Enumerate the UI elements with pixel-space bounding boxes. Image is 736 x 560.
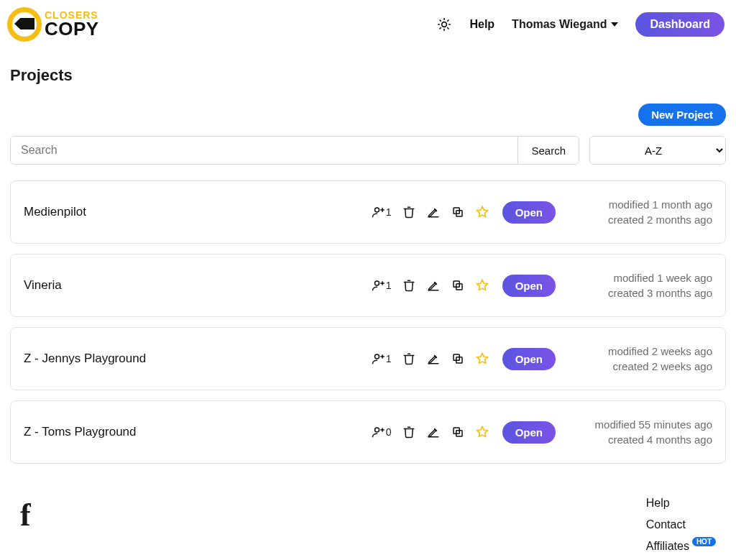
search-group: Search [10, 136, 579, 165]
collaborators-button[interactable]: 1 [372, 352, 392, 365]
duplicate-button[interactable] [451, 425, 465, 439]
search-input[interactable] [11, 137, 518, 164]
project-card: Medienpilot 1 [10, 180, 726, 244]
edit-button[interactable] [426, 352, 441, 366]
edit-button[interactable] [426, 425, 441, 439]
duplicate-button[interactable] [451, 278, 465, 293]
user-menu[interactable]: Thomas Wiegand [512, 18, 618, 31]
star-icon [475, 352, 489, 366]
page-title: Projects [10, 66, 726, 85]
project-meta: modified 1 month ago created 2 months ag… [569, 197, 712, 227]
footer-help[interactable]: Help [646, 497, 716, 510]
edit-button[interactable] [426, 205, 441, 219]
logo-text: CLOSERS COPY [45, 11, 99, 38]
project-meta: modified 1 week ago created 3 months ago [569, 270, 712, 300]
pencil-icon [427, 426, 440, 439]
project-meta: modified 55 minutes ago created 4 months… [569, 417, 712, 447]
person-icon [372, 426, 385, 439]
collaborator-count: 1 [386, 280, 392, 291]
collaborator-count: 1 [386, 206, 392, 218]
collaborator-count: 1 [386, 353, 392, 364]
svg-point-9 [374, 208, 379, 212]
svg-point-15 [374, 281, 379, 285]
favorite-button[interactable] [475, 425, 489, 439]
trash-icon [402, 426, 415, 439]
edit-button[interactable] [426, 278, 441, 293]
star-icon [475, 278, 489, 293]
project-card: Z - Toms Playground 0 [10, 400, 726, 464]
search-button[interactable]: Search [518, 137, 579, 164]
svg-line-7 [441, 28, 441, 29]
svg-line-3 [441, 20, 441, 21]
svg-point-27 [374, 428, 379, 432]
modified-text: modified 55 minutes ago [569, 417, 712, 432]
favorite-button[interactable] [475, 278, 489, 293]
project-name: Z - Jennys Playground [24, 352, 359, 366]
brand-logo[interactable]: CLOSERS COPY [7, 7, 99, 42]
star-icon [475, 425, 489, 439]
trash-icon [402, 352, 415, 365]
caret-down-icon [611, 22, 618, 27]
open-button[interactable]: Open [502, 421, 556, 444]
footer-affiliates-label: Affiliates [646, 540, 689, 553]
open-button[interactable]: Open [502, 201, 556, 224]
logo-bottom-text: COPY [45, 20, 99, 38]
person-icon [372, 206, 385, 219]
open-button[interactable]: Open [502, 348, 556, 370]
svg-point-21 [374, 354, 379, 359]
favorite-button[interactable] [475, 205, 489, 219]
dashboard-button[interactable]: Dashboard [635, 12, 724, 37]
modified-text: modified 2 weeks ago [569, 344, 712, 359]
delete-button[interactable] [402, 205, 416, 219]
logo-mark-icon [7, 7, 42, 42]
copy-icon [451, 279, 464, 292]
delete-button[interactable] [402, 352, 416, 366]
person-icon [372, 279, 385, 292]
collaborators-button[interactable]: 0 [372, 426, 392, 439]
created-text: created 3 months ago [569, 285, 712, 300]
delete-button[interactable] [402, 278, 416, 293]
star-icon [475, 205, 489, 219]
sort-select[interactable]: A-Z [589, 136, 726, 165]
modified-text: modified 1 month ago [569, 197, 712, 212]
person-icon [372, 352, 385, 365]
facebook-icon[interactable]: f [20, 497, 31, 533]
copy-icon [451, 206, 464, 219]
app-header: CLOSERS COPY Help Thomas Wiegand Dashboa… [0, 0, 736, 49]
created-text: created 2 months ago [569, 212, 712, 227]
project-name: Vineria [24, 278, 359, 293]
trash-icon [402, 206, 415, 219]
favorite-button[interactable] [475, 352, 489, 366]
project-card: Z - Jennys Playground 1 [10, 327, 726, 390]
nav-help[interactable]: Help [469, 18, 494, 31]
project-name: Medienpilot [24, 205, 359, 219]
svg-point-0 [442, 22, 447, 27]
svg-line-4 [448, 28, 448, 29]
pencil-icon [427, 279, 440, 292]
delete-button[interactable] [402, 425, 416, 439]
collaborator-count: 0 [386, 426, 392, 438]
project-meta: modified 2 weeks ago created 2 weeks ago [569, 344, 712, 374]
created-text: created 4 months ago [569, 432, 712, 447]
duplicate-button[interactable] [451, 205, 465, 219]
svg-line-8 [448, 20, 448, 21]
sun-icon [437, 17, 451, 32]
project-card: Vineria 1 [10, 254, 726, 317]
project-name: Z - Toms Playground [24, 425, 359, 439]
duplicate-button[interactable] [451, 352, 465, 366]
collaborators-button[interactable]: 1 [372, 206, 392, 219]
copy-icon [451, 352, 464, 365]
trash-icon [402, 279, 415, 292]
footer-contact[interactable]: Contact [646, 518, 716, 531]
modified-text: modified 1 week ago [569, 270, 712, 285]
hot-badge: HOT [692, 537, 716, 546]
pencil-icon [427, 206, 440, 219]
user-name: Thomas Wiegand [512, 18, 607, 31]
theme-toggle[interactable] [436, 17, 452, 32]
open-button[interactable]: Open [502, 275, 556, 297]
new-project-button[interactable]: New Project [638, 104, 726, 126]
pencil-icon [427, 352, 440, 365]
collaborators-button[interactable]: 1 [372, 279, 392, 292]
copy-icon [451, 426, 464, 439]
footer-affiliates[interactable]: Affiliates HOT [646, 540, 716, 553]
